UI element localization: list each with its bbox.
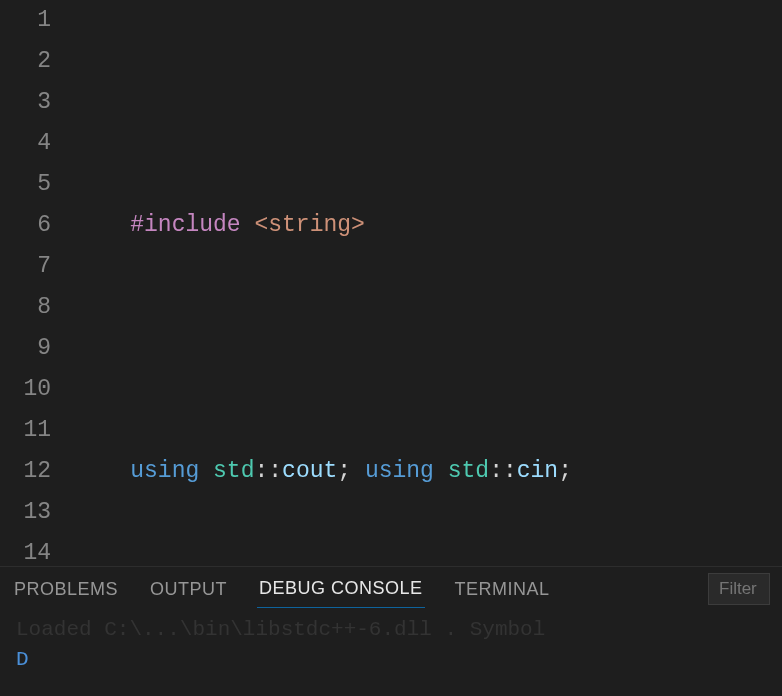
filter-input[interactable]: [708, 573, 770, 605]
console-result: D: [16, 645, 766, 675]
bottom-panel: PROBLEMS OUTPUT DEBUG CONSOLE TERMINAL L…: [0, 566, 782, 696]
code-line[interactable]: #include <string>: [75, 205, 782, 246]
debug-console-output[interactable]: Loaded C:\...\bin\libstdc++-6.dll . Symb…: [0, 611, 782, 679]
line-number: 14: [0, 533, 51, 566]
console-line: Loaded C:\...\bin\libstdc++-6.dll . Symb…: [16, 615, 766, 645]
line-number: 11: [0, 410, 51, 451]
code-line[interactable]: [75, 82, 782, 123]
line-number: 4: [0, 123, 51, 164]
line-number: 8: [0, 287, 51, 328]
line-number: 10: [0, 369, 51, 410]
panel-tabs: PROBLEMS OUTPUT DEBUG CONSOLE TERMINAL: [0, 567, 782, 611]
code-editor[interactable]: 1 2 3 4 5 6 7 8 9 10 11 12 13 14 #includ…: [0, 0, 782, 566]
tab-output[interactable]: OUTPUT: [148, 571, 229, 608]
tab-debug-console[interactable]: DEBUG CONSOLE: [257, 570, 425, 608]
line-number: 3: [0, 82, 51, 123]
code-line[interactable]: using std::cout; using std::cin;: [75, 451, 782, 492]
code-content[interactable]: #include <string> using std::cout; using…: [75, 0, 782, 566]
line-number: 1: [0, 0, 51, 41]
line-number: 6: [0, 205, 51, 246]
line-number: 2: [0, 41, 51, 82]
tab-terminal[interactable]: TERMINAL: [453, 571, 552, 608]
line-number: 5: [0, 164, 51, 205]
line-number: 13: [0, 492, 51, 533]
code-line[interactable]: [75, 328, 782, 369]
tab-problems[interactable]: PROBLEMS: [12, 571, 120, 608]
line-number-gutter: 1 2 3 4 5 6 7 8 9 10 11 12 13 14: [0, 0, 75, 566]
line-number: 9: [0, 328, 51, 369]
line-number: 7: [0, 246, 51, 287]
line-number: 12: [0, 451, 51, 492]
